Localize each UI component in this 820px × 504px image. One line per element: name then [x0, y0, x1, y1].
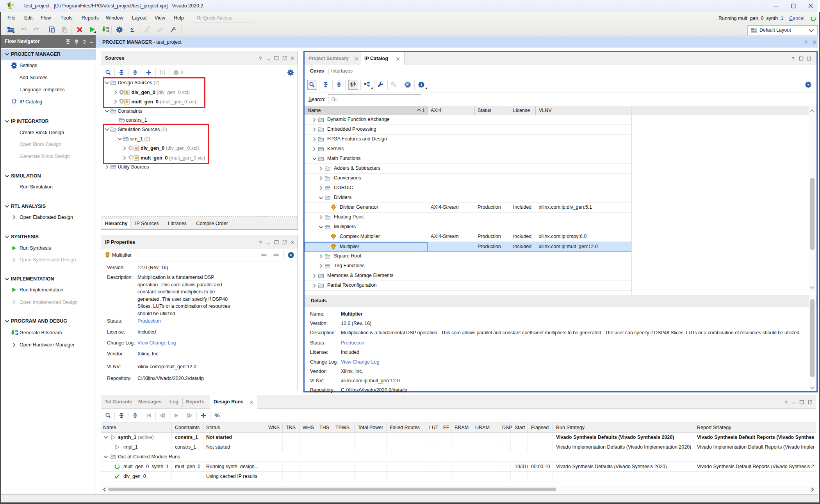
generate-bitstream-button[interactable]: 0110: [100, 25, 111, 35]
expand-all-icon[interactable]: [74, 39, 80, 45]
run-row-div-gen-0[interactable]: div_gen_0Using cached IP results: [101, 472, 816, 481]
flownav-item-add-sources[interactable]: Add Sources: [1, 72, 96, 83]
column-header-failed-routes[interactable]: Failed Routes: [390, 424, 420, 431]
flownav-section-program-and-debug[interactable]: PROGRAM AND DEBUG: [1, 316, 96, 327]
maximize-icon[interactable]: [799, 399, 804, 405]
column-header-name[interactable]: Name: [308, 106, 321, 114]
chevron-right-icon[interactable]: [311, 136, 317, 142]
catalog-row-kernels[interactable]: Kernels: [305, 144, 631, 154]
chevron-down-icon[interactable]: [104, 126, 110, 133]
flownav-item-ip-catalog[interactable]: IP Catalog: [1, 96, 96, 107]
open-project-button[interactable]: [6, 25, 16, 35]
name-column-header[interactable]: [305, 106, 428, 115]
redo-button[interactable]: [31, 25, 41, 35]
column-header-axi4[interactable]: AXI4: [431, 106, 441, 114]
chevron-down-icon[interactable]: [103, 434, 109, 440]
column-header-elapsed[interactable]: Elapsed: [531, 424, 549, 431]
probe-button[interactable]: [168, 25, 178, 35]
first-run-icon[interactable]: [146, 412, 152, 419]
chevron-right-icon[interactable]: [121, 145, 128, 151]
bottom-hscrollbar[interactable]: [101, 486, 816, 493]
column-header-tpws[interactable]: TPWS: [335, 424, 349, 431]
chevron-right-icon[interactable]: [311, 273, 317, 279]
flownav-section-simulation[interactable]: SIMULATION: [1, 170, 96, 181]
help-icon[interactable]: ?: [783, 399, 789, 405]
catalog-row-trig-functions[interactable]: Trig Functions: [305, 261, 631, 271]
device-icon[interactable]: [404, 81, 411, 88]
next-icon[interactable]: [187, 412, 193, 419]
info-icon[interactable]: i: [418, 81, 425, 88]
flownav-section-synthesis[interactable]: SYNTHESIS: [1, 231, 96, 242]
catalog-row-dynamic-function-exchange[interactable]: Dynamic Function eXchange: [305, 115, 631, 125]
run-row-impl-1[interactable]: impl_1constrs_1Not startedVivado Impleme…: [101, 442, 816, 452]
chevron-down-icon[interactable]: [117, 136, 123, 142]
close-icon[interactable]: [249, 399, 254, 405]
close-icon[interactable]: [395, 56, 401, 62]
catalog-row-complex-multiplier[interactable]: Complex MultiplierAXI4-StreamProductionI…: [305, 232, 631, 242]
bottom-tab-tcl-console[interactable]: Tcl Console: [101, 395, 135, 409]
maximize-icon[interactable]: [274, 240, 279, 245]
source-tree-item[interactable]: mult_gen_0 (mult_gen_0.xci): [101, 153, 298, 163]
scroll-up-icon[interactable]: [809, 108, 815, 114]
chevron-right-icon[interactable]: [112, 89, 119, 96]
column-header-ths[interactable]: THS: [319, 424, 329, 431]
add-sources-icon[interactable]: [146, 69, 152, 76]
gear-icon[interactable]: [287, 69, 294, 76]
bottom-tab-reports[interactable]: Reports: [182, 395, 210, 409]
float-icon[interactable]: [808, 399, 813, 405]
menu-view[interactable]: View: [155, 12, 165, 24]
previous-icon[interactable]: [159, 412, 166, 419]
flownav-item-language-templates[interactable]: Language Templates: [1, 84, 96, 95]
column-header-start[interactable]: Start: [515, 424, 525, 431]
collapse-all-icon[interactable]: [323, 82, 329, 88]
chevron-right-icon[interactable]: [121, 155, 128, 161]
settings-button[interactable]: [114, 25, 125, 35]
expand-all-icon[interactable]: [132, 412, 138, 419]
help-icon[interactable]: ?: [803, 39, 809, 45]
minimize-icon[interactable]: [266, 55, 271, 61]
gear-icon[interactable]: [805, 82, 811, 88]
column-header-status[interactable]: Status: [206, 424, 220, 431]
maximize-icon[interactable]: [799, 56, 804, 61]
sources-tab-libraries[interactable]: Libraries: [164, 218, 191, 229]
delete-button[interactable]: [75, 25, 85, 35]
source-tree-item[interactable]: Design Sources (2): [101, 78, 298, 87]
chevron-right-icon[interactable]: [318, 185, 324, 191]
column-header-name[interactable]: Name: [103, 424, 116, 431]
copy-button[interactable]: [47, 25, 57, 35]
float-icon[interactable]: [282, 240, 287, 245]
hierarchy-view-icon[interactable]: [364, 81, 371, 88]
flownav-item-run-synthesis[interactable]: Run Synthesis: [1, 243, 96, 254]
menu-edit[interactable]: Edit: [24, 12, 33, 24]
layout-selector[interactable]: Default Layout: [747, 25, 818, 35]
minimize-icon[interactable]: [266, 240, 271, 245]
chevron-down-icon[interactable]: [311, 156, 317, 162]
flownav-item-run-simulation[interactable]: Run Simulation: [1, 181, 96, 192]
menu-tools[interactable]: Tools: [61, 12, 73, 24]
customize-icon[interactable]: [377, 81, 384, 88]
create-run-icon[interactable]: [200, 412, 207, 419]
minimize-icon[interactable]: [89, 38, 94, 44]
catalog-row-conversions[interactable]: Conversions: [305, 174, 631, 183]
close-icon[interactable]: [290, 240, 295, 245]
detail-value[interactable]: Production: [341, 339, 364, 347]
play-icon[interactable]: [173, 412, 179, 419]
search-icon[interactable]: [105, 412, 111, 419]
flownav-section-rtl-analysis[interactable]: RTL ANALYSIS: [1, 201, 96, 212]
float-icon[interactable]: [282, 55, 287, 61]
column-header-total-power[interactable]: Total Power: [358, 424, 383, 431]
column-header-report-strategy[interactable]: Report Strategy: [697, 424, 731, 431]
flownav-item-open-elaborated-design[interactable]: Open Elaborated Design: [1, 212, 96, 223]
source-tree-item[interactable]: Utility Sources: [101, 162, 298, 172]
close-icon[interactable]: [354, 56, 359, 62]
source-tree-item[interactable]: constrs_1: [101, 115, 298, 125]
scroll-right-icon[interactable]: [810, 487, 815, 492]
details-scrollbar[interactable]: [809, 295, 816, 391]
chevron-down-icon[interactable]: [318, 195, 324, 201]
float-icon[interactable]: [806, 56, 812, 61]
column-header-vlnv[interactable]: VLNV: [539, 106, 552, 114]
maximize-icon[interactable]: [274, 55, 279, 61]
chevron-right-icon[interactable]: [318, 263, 324, 269]
catalog-row-math-functions[interactable]: Math Functions: [305, 154, 631, 164]
scrollbar-thumb[interactable]: [108, 488, 556, 491]
